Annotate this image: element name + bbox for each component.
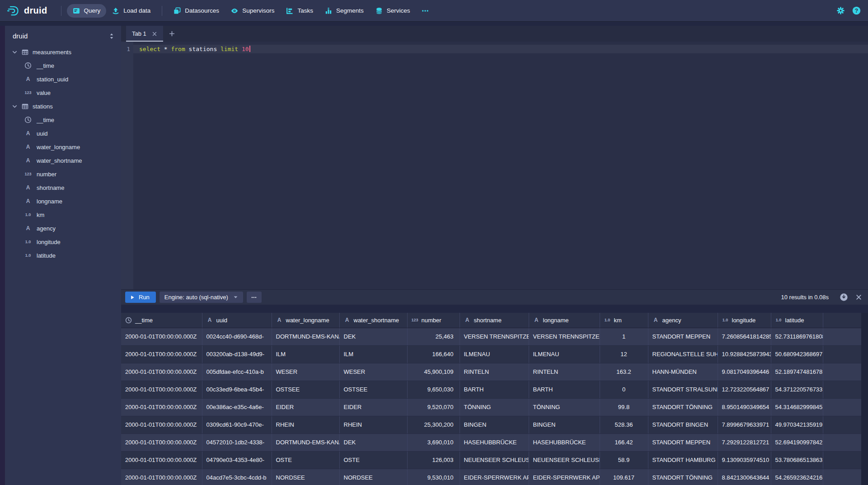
cell-shortname[interactable]: NEUENSEER SCHLEUSE [460,451,529,469]
cell-agency[interactable]: STANDORT MEPPEN [648,433,718,451]
druid-logo[interactable]: druid [6,5,47,17]
cell-km[interactable]: 99.8 [600,398,648,416]
cell-agency[interactable]: STANDORT TÖNNING [648,398,718,416]
cell-water-longname[interactable]: NORDSEE [272,469,339,485]
cell-water-longname[interactable]: DORTMUND-EMS-KANAL [272,433,339,451]
cell-longname[interactable]: RINTELN [529,363,600,381]
cell-time[interactable]: 2000-01-01T00:00:00.000Z [121,451,202,469]
cell-agency[interactable]: STANDORT TÖNNING [648,469,718,485]
cell-water-shortname[interactable]: EIDER [339,398,407,416]
cell-longname[interactable]: NEUENSEER SCHLEUSE [529,451,600,469]
cell-latitude[interactable]: 54.314682999845 [771,398,823,416]
cell-water-shortname[interactable]: RHEIN [339,416,407,433]
cell-km[interactable]: 163.2 [600,363,648,381]
cell-shortname[interactable]: VERSEN TRENNSPITZE [460,328,529,345]
double-caret-vertical-icon[interactable] [108,33,115,39]
download-icon[interactable] [840,293,848,301]
cell-water-longname[interactable]: OSTSEE [272,381,339,398]
cell-water-shortname[interactable]: WESER [339,363,407,381]
cell-shortname[interactable]: ILMENAU [460,345,529,363]
cell-agency[interactable]: STANDORT BINGEN [648,416,718,433]
cell-number[interactable]: 166,640 [407,345,460,363]
cell-number[interactable]: 3,690,010 [407,433,460,451]
cell-shortname[interactable]: TÖNNING [460,398,529,416]
cell-latitude[interactable]: 52.73118697618085 [771,328,823,345]
cell-time[interactable]: 2000-01-01T00:00:00.000Z [121,433,202,451]
cell-longname[interactable]: HASEHUBBRÜCKE [529,433,600,451]
cell-latitude[interactable]: 52.189747481678 [771,363,823,381]
cell-longitude[interactable]: 9.1309035974510 [718,451,771,469]
cell-water-longname[interactable]: DORTMUND-EMS-KANAL [272,328,339,345]
tree-column-water-longname[interactable]: Awater_longname [5,140,121,154]
tree-column-longname[interactable]: Alongname [5,194,121,208]
cell-latitude[interactable]: 53.780686513863 [771,451,823,469]
nav-item-services[interactable]: Services [370,4,416,18]
tree-column-value[interactable]: 123value [5,86,121,99]
column-header-water-longname[interactable]: Awater_longname [272,313,339,328]
cell-longname[interactable]: BARTH [529,381,600,398]
cell-longname[interactable]: ILMENAU [529,345,600,363]
help-icon[interactable]: ? [852,6,861,15]
tree-column-station-uuid[interactable]: Astation_uuid [5,72,121,86]
cell-uuid[interactable]: 00e386ac-e35c-4a6e- [202,398,272,416]
cell-uuid[interactable]: 00c33ed9-6bea-45b4- [202,381,272,398]
cell-water-shortname[interactable]: OSTSEE [339,381,407,398]
cell-uuid[interactable]: 04acd7e5-3cbc-4cdd-b [202,469,272,485]
tree-column-longitude[interactable]: 1.0longitude [5,235,121,249]
tree-table-measurements[interactable]: measurements [5,45,121,59]
cell-time[interactable]: 2000-01-01T00:00:00.000Z [121,469,202,485]
cell-time[interactable]: 2000-01-01T00:00:00.000Z [121,328,202,345]
cell-uuid[interactable]: 005dfdae-efcc-410a-b [202,363,272,381]
column-header-time[interactable]: __time [121,313,202,328]
cell-water-shortname[interactable]: NORDSEE [339,469,407,485]
cell-latitude[interactable]: 50.680942368697 [771,345,823,363]
cell-shortname[interactable]: RINTELN [460,363,529,381]
cell-number[interactable]: 9,530,010 [407,469,460,485]
column-header-shortname[interactable]: Ashortname [460,313,529,328]
cell-time[interactable]: 2000-01-01T00:00:00.000Z [121,398,202,416]
cell-shortname[interactable]: BARTH [460,381,529,398]
cell-agency[interactable]: STANDORT MEPPEN [648,328,718,345]
cell-number[interactable]: 9,650,030 [407,381,460,398]
cell-longname[interactable]: TÖNNING [529,398,600,416]
cell-number[interactable]: 25,463 [407,328,460,345]
cell-number[interactable]: 25,300,200 [407,416,460,433]
cell-uuid[interactable]: 0309cd61-90c9-470e- [202,416,272,433]
cell-longitude[interactable]: 7.2929122812721 [718,433,771,451]
tree-column-time[interactable]: __time [5,113,121,127]
run-button[interactable]: Run [125,292,156,303]
tree-column-uuid[interactable]: Auuid [5,127,121,140]
tree-column-number[interactable]: 123number [5,167,121,181]
cell-shortname[interactable]: BINGEN [460,416,529,433]
cell-uuid[interactable]: 04790e03-4353-4e80- [202,451,272,469]
cell-longname[interactable]: VERSEN TRENNSPITZE [529,328,600,345]
cell-km[interactable]: 1 [600,328,648,345]
engine-select[interactable]: Engine: auto (sql-native) [160,292,243,303]
cell-longitude[interactable]: 7.8996679633971 [718,416,771,433]
cell-time[interactable]: 2000-01-01T00:00:00.000Z [121,381,202,398]
cell-latitude[interactable]: 49.970342135919 [771,416,823,433]
cell-number[interactable]: 126,003 [407,451,460,469]
cell-time[interactable]: 2000-01-01T00:00:00.000Z [121,363,202,381]
cell-water-shortname[interactable]: DEK [339,433,407,451]
cell-agency[interactable]: STANDORT STRALSUND [648,381,718,398]
sql-editor[interactable]: 1 select * from stations limit 10 [121,42,868,289]
tree-column-km[interactable]: 1.0km [5,208,121,221]
column-header-latitude[interactable]: 1.0latitude [771,313,823,328]
nav-item-load-data[interactable]: Load data [106,4,156,18]
cell-longitude[interactable]: 8.8421300643644 [718,469,771,485]
cell-km[interactable]: 166.42 [600,433,648,451]
cell-longitude[interactable]: 10.9288425873943 [718,345,771,363]
cell-km[interactable]: 12 [600,345,648,363]
nav-item-tasks[interactable]: Tasks [280,4,319,18]
cell-longname[interactable]: BINGEN [529,416,600,433]
cell-water-longname[interactable]: RHEIN [272,416,339,433]
cell-number[interactable]: 45,900,109 [407,363,460,381]
column-header-km[interactable]: 1.0km [600,313,648,328]
cell-km[interactable]: 0 [600,381,648,398]
column-header-number[interactable]: 123number [407,313,460,328]
close-icon[interactable] [855,294,862,301]
cell-water-longname[interactable]: OSTE [272,451,339,469]
tree-table-stations[interactable]: stations [5,99,121,113]
cell-time[interactable]: 2000-01-01T00:00:00.000Z [121,345,202,363]
